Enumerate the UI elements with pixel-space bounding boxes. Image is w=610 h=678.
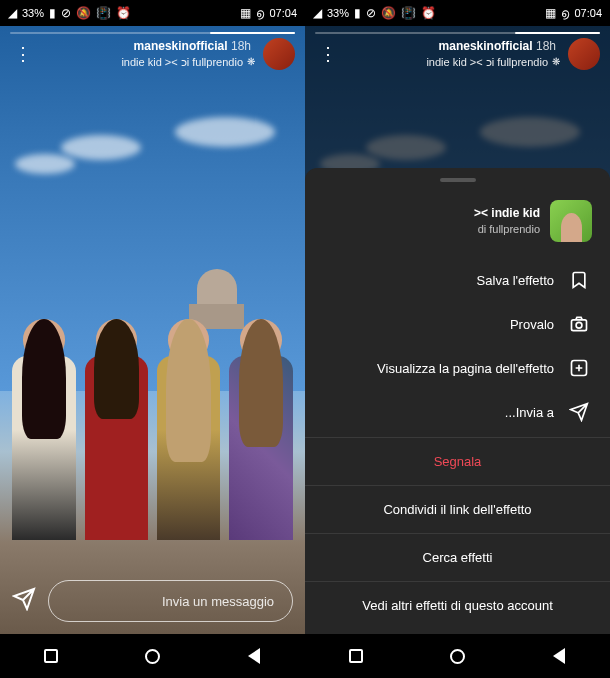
- sheet-handle[interactable]: [440, 178, 476, 182]
- divider: [305, 437, 610, 438]
- status-bar: ◢ 33% ▮ ⊘ 🔕 📳 ⏰ ▦ ൭ 07:04: [0, 0, 305, 26]
- signal-icon: ◢: [8, 6, 17, 20]
- divider: [305, 533, 610, 534]
- sparkle-icon: ❋: [247, 55, 255, 68]
- divider: [305, 485, 610, 486]
- clock: 07:04: [269, 7, 297, 19]
- alarm-icon: ⏰: [116, 6, 131, 20]
- battery-text: 33%: [22, 7, 44, 19]
- battery-icon: ▮: [354, 6, 361, 20]
- story-header: maneskinofficial 18h ❋ indie kid >< ɔi f…: [305, 26, 610, 78]
- effect-label: indie kid >< ɔi fullprendio: [121, 55, 243, 69]
- vibrate-icon: 📳: [401, 6, 416, 20]
- avatar[interactable]: [263, 38, 295, 70]
- story-viewport[interactable]: maneskinofficial 18h ❋ indie kid >< ɔi f…: [0, 26, 305, 634]
- dnd-icon: 🔕: [381, 6, 396, 20]
- item-label: Cerca effetti: [423, 550, 493, 565]
- item-label: Condividi il link dell'effetto: [383, 502, 531, 517]
- svg-point-1: [576, 322, 582, 328]
- avatar[interactable]: [568, 38, 600, 70]
- app-icon: ൭: [561, 6, 569, 20]
- share-link-item[interactable]: Condividi il link dell'effetto: [305, 489, 610, 530]
- home-button[interactable]: [446, 645, 468, 667]
- report-item[interactable]: Segnala: [305, 441, 610, 482]
- effect-thumbnail: [550, 200, 592, 242]
- signal-icon: ◢: [313, 6, 322, 20]
- recents-button[interactable]: [40, 645, 62, 667]
- more-from-account-item[interactable]: Vedi altri effetti di questo account: [305, 585, 610, 626]
- username[interactable]: maneskinofficial: [134, 39, 228, 53]
- effect-header[interactable]: indie kid >< di fullprendio: [305, 194, 610, 258]
- effect-bottom-sheet: indie kid >< di fullprendio Salva l'effe…: [305, 168, 610, 634]
- story-time: 18h: [231, 39, 251, 53]
- back-button[interactable]: [548, 645, 570, 667]
- home-button[interactable]: [141, 645, 163, 667]
- svg-rect-0: [572, 320, 587, 331]
- sparkle-icon: ❋: [552, 55, 560, 68]
- effect-label: indie kid >< ɔi fullprendio: [426, 55, 548, 69]
- battery-icon: ▮: [49, 6, 56, 20]
- story-viewport[interactable]: maneskinofficial 18h ❋ indie kid >< ɔi f…: [305, 26, 610, 634]
- alarm-icon: ⏰: [421, 6, 436, 20]
- vibrate-icon: 📳: [96, 6, 111, 20]
- effect-tag[interactable]: ❋ indie kid >< ɔi fullprendio: [349, 55, 560, 69]
- app-icon: ൭: [256, 6, 264, 20]
- android-nav-bar: [0, 634, 305, 678]
- bookmark-icon: [568, 270, 590, 290]
- effect-author: di fullprendio: [474, 222, 540, 237]
- camera-icon: [568, 314, 590, 334]
- reply-bar: [12, 580, 293, 622]
- phone-left: ◢ 33% ▮ ⊘ 🔕 📳 ⏰ ▦ ൭ 07:04: [305, 0, 610, 678]
- more-menu-icon[interactable]: ⋮: [10, 39, 36, 69]
- save-effect-item[interactable]: Salva l'effetto: [305, 258, 610, 302]
- send-icon[interactable]: [12, 587, 36, 616]
- story-header: maneskinofficial 18h ❋ indie kid >< ɔi f…: [0, 26, 305, 78]
- phone-right: ◢ 33% ▮ ⊘ 🔕 📳 ⏰ ▦ ൭ 07:04: [0, 0, 305, 678]
- item-label: Salva l'effetto: [477, 273, 554, 288]
- dnd-icon: 🔕: [76, 6, 91, 20]
- item-label: Provalo: [510, 317, 554, 332]
- app-icon: ▦: [240, 6, 251, 20]
- view-page-item[interactable]: Visualizza la pagina dell'effetto: [305, 346, 610, 390]
- app-icon: ▦: [545, 6, 556, 20]
- item-label: Invia a...: [505, 405, 554, 420]
- username[interactable]: maneskinofficial: [439, 39, 533, 53]
- effect-name: indie kid ><: [474, 205, 540, 222]
- item-label: Segnala: [434, 454, 482, 469]
- add-square-icon: [568, 358, 590, 378]
- send-icon: [568, 402, 590, 422]
- try-effect-item[interactable]: Provalo: [305, 302, 610, 346]
- item-label: Vedi altri effetti di questo account: [362, 598, 553, 613]
- search-effects-item[interactable]: Cerca effetti: [305, 537, 610, 578]
- back-button[interactable]: [243, 645, 265, 667]
- android-nav-bar: [305, 634, 610, 678]
- send-to-item[interactable]: Invia a...: [305, 390, 610, 434]
- story-time: 18h: [536, 39, 556, 53]
- wifi-off-icon: ⊘: [366, 6, 376, 20]
- reply-input[interactable]: [48, 580, 293, 622]
- battery-text: 33%: [327, 7, 349, 19]
- more-menu-icon[interactable]: ⋮: [315, 39, 341, 69]
- effect-tag[interactable]: ❋ indie kid >< ɔi fullprendio: [44, 55, 255, 69]
- divider: [305, 581, 610, 582]
- item-label: Visualizza la pagina dell'effetto: [377, 361, 554, 376]
- status-bar: ◢ 33% ▮ ⊘ 🔕 📳 ⏰ ▦ ൭ 07:04: [305, 0, 610, 26]
- clock: 07:04: [574, 7, 602, 19]
- recents-button[interactable]: [345, 645, 367, 667]
- wifi-off-icon: ⊘: [61, 6, 71, 20]
